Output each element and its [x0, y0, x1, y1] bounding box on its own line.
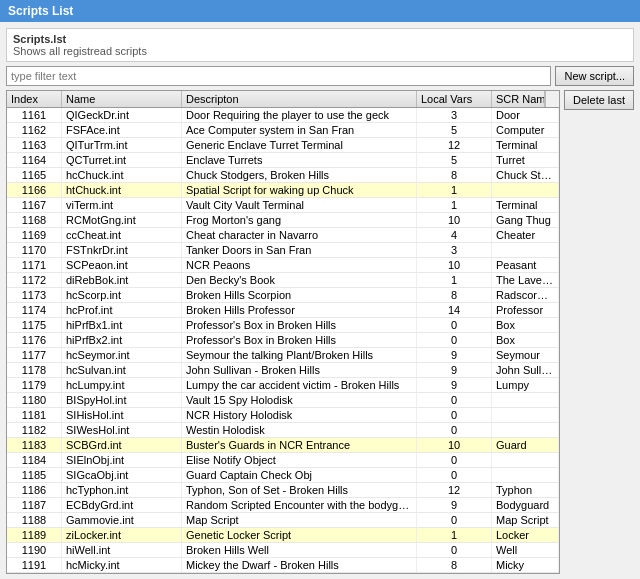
cell-local-vars: 0: [417, 408, 492, 422]
cell-descripton: Professor's Box in Broken Hills: [182, 318, 417, 332]
info-description: Shows all registread scripts: [13, 45, 627, 57]
cell-local-vars: 4: [417, 228, 492, 242]
table-row[interactable]: 1163 QITurTrm.int Generic Enclave Turret…: [7, 138, 559, 153]
cell-descripton: Elise Notify Object: [182, 453, 417, 467]
cell-name: hcChuck.int: [62, 168, 182, 182]
cell-index: 1180: [7, 393, 62, 407]
cell-scr-name: Locker: [492, 528, 559, 542]
cell-name: hcMicky.int: [62, 558, 182, 572]
table-row[interactable]: 1182 SIWesHol.int Westin Holodisk 0: [7, 423, 559, 438]
cell-descripton: Frog Morton's gang: [182, 213, 417, 227]
table-row[interactable]: 1171 SCPeaon.int NCR Peaons 10 Peasant: [7, 258, 559, 273]
table-body[interactable]: 1161 QIGeckDr.int Door Requiring the pla…: [7, 108, 559, 573]
cell-descripton: Vault City Vault Terminal: [182, 198, 417, 212]
cell-scr-name: Radscorpion: [492, 288, 559, 302]
col-descripton: Descripton: [182, 91, 417, 107]
cell-local-vars: 8: [417, 168, 492, 182]
cell-index: 1169: [7, 228, 62, 242]
table-row[interactable]: 1169 ccCheat.int Cheat character in Nava…: [7, 228, 559, 243]
table-row[interactable]: 1189 ziLocker.int Genetic Locker Script …: [7, 528, 559, 543]
cell-index: 1162: [7, 123, 62, 137]
cell-descripton: Random Scripted Encounter with the bodyg…: [182, 498, 417, 512]
table-row[interactable]: 1180 BISpyHol.int Vault 15 Spy Holodisk …: [7, 393, 559, 408]
cell-index: 1171: [7, 258, 62, 272]
cell-name: hcSulvan.int: [62, 363, 182, 377]
cell-descripton: Chuck Stodgers, Broken Hills: [182, 168, 417, 182]
table-row[interactable]: 1184 SIElnObj.int Elise Notify Object 0: [7, 453, 559, 468]
cell-name: RCMotGng.int: [62, 213, 182, 227]
table-row[interactable]: 1167 viTerm.int Vault City Vault Termina…: [7, 198, 559, 213]
filter-input[interactable]: [6, 66, 551, 86]
table-row[interactable]: 1188 Gammovie.int Map Script 0 Map Scrip…: [7, 513, 559, 528]
table-row[interactable]: 1166 htChuck.int Spatial Script for waki…: [7, 183, 559, 198]
table-row[interactable]: 1178 hcSulvan.int John Sullivan - Broken…: [7, 363, 559, 378]
table-row[interactable]: 1181 SIHisHol.int NCR History Holodisk 0: [7, 408, 559, 423]
cell-name: htChuck.int: [62, 183, 182, 197]
cell-local-vars: 0: [417, 318, 492, 332]
cell-descripton: Broken Hills Well: [182, 543, 417, 557]
cell-index: 1170: [7, 243, 62, 257]
cell-scr-name: [492, 468, 559, 482]
cell-name: Gammovie.int: [62, 513, 182, 527]
cell-descripton: Typhon, Son of Set - Broken Hills: [182, 483, 417, 497]
table-row[interactable]: 1187 ECBdyGrd.int Random Scripted Encoun…: [7, 498, 559, 513]
table-row[interactable]: 1185 SIGcaObj.int Guard Captain Check Ob…: [7, 468, 559, 483]
col-index: Index: [7, 91, 62, 107]
cell-local-vars: 1: [417, 198, 492, 212]
cell-index: 1173: [7, 288, 62, 302]
cell-descripton: Broken Hills Scorpion: [182, 288, 417, 302]
cell-local-vars: 8: [417, 558, 492, 572]
cell-local-vars: 12: [417, 138, 492, 152]
cell-local-vars: 1: [417, 183, 492, 197]
cell-local-vars: 0: [417, 453, 492, 467]
cell-scr-name: Peasant: [492, 258, 559, 272]
table-row[interactable]: 1173 hcScorp.int Broken Hills Scorpion 8…: [7, 288, 559, 303]
table-row[interactable]: 1186 hcTyphon.int Typhon, Son of Set - B…: [7, 483, 559, 498]
cell-descripton: Professor's Box in Broken Hills: [182, 333, 417, 347]
table-row[interactable]: 1175 hiPrfBx1.int Professor's Box in Bro…: [7, 318, 559, 333]
cell-name: QITurTrm.int: [62, 138, 182, 152]
table-row[interactable]: 1183 SCBGrd.int Buster's Guards in NCR E…: [7, 438, 559, 453]
cell-local-vars: 0: [417, 513, 492, 527]
cell-index: 1167: [7, 198, 62, 212]
table-row[interactable]: 1161 QIGeckDr.int Door Requiring the pla…: [7, 108, 559, 123]
delete-last-button[interactable]: Delete last: [564, 90, 634, 110]
cell-scr-name: Terminal: [492, 198, 559, 212]
cell-scr-name: Guard: [492, 438, 559, 452]
cell-scr-name: Cheater: [492, 228, 559, 242]
window-title: Scripts List: [8, 4, 73, 18]
cell-name: SCBGrd.int: [62, 438, 182, 452]
new-script-button[interactable]: New script...: [555, 66, 634, 86]
main-window: Scripts List Scripts.lst Shows all regis…: [0, 0, 640, 579]
table-row[interactable]: 1191 hcMicky.int Mickey the Dwarf - Brok…: [7, 558, 559, 573]
cell-scr-name: Computer: [492, 123, 559, 137]
cell-index: 1168: [7, 213, 62, 227]
cell-local-vars: 10: [417, 258, 492, 272]
file-label: Scripts.lst: [13, 33, 627, 45]
table-row[interactable]: 1164 QCTurret.int Enclave Turrets 5 Turr…: [7, 153, 559, 168]
table-row[interactable]: 1179 hcLumpy.int Lumpy the car accident …: [7, 378, 559, 393]
cell-name: hiPrfBx1.int: [62, 318, 182, 332]
col-local-vars: Local Vars: [417, 91, 492, 107]
table-row[interactable]: 1174 hcProf.int Broken Hills Professor 1…: [7, 303, 559, 318]
cell-descripton: Seymour the talking Plant/Broken Hills: [182, 348, 417, 362]
table-row[interactable]: 1165 hcChuck.int Chuck Stodgers, Broken …: [7, 168, 559, 183]
cell-local-vars: 14: [417, 303, 492, 317]
table-row[interactable]: 1170 FSTnkrDr.int Tanker Doors in San Fr…: [7, 243, 559, 258]
table-row[interactable]: 1172 diRebBok.int Den Becky's Book 1 The…: [7, 273, 559, 288]
table-row[interactable]: 1177 hcSeymor.int Seymour the talking Pl…: [7, 348, 559, 363]
table-row[interactable]: 1168 RCMotGng.int Frog Morton's gang 10 …: [7, 213, 559, 228]
cell-name: hiPrfBx2.int: [62, 333, 182, 347]
cell-index: 1178: [7, 363, 62, 377]
cell-scr-name: Typhon: [492, 483, 559, 497]
table-row[interactable]: 1190 hiWell.int Broken Hills Well 0 Well: [7, 543, 559, 558]
col-scr-name: SCR Name: [492, 91, 545, 107]
table-header: Index Name Descripton Local Vars SCR Nam…: [7, 91, 559, 108]
cell-index: 1184: [7, 453, 62, 467]
cell-name: SIWesHol.int: [62, 423, 182, 437]
cell-local-vars: 0: [417, 423, 492, 437]
table-row[interactable]: 1162 FSFAce.int Ace Computer system in S…: [7, 123, 559, 138]
table-row[interactable]: 1176 hiPrfBx2.int Professor's Box in Bro…: [7, 333, 559, 348]
cell-name: hcTyphon.int: [62, 483, 182, 497]
cell-name: SCPeaon.int: [62, 258, 182, 272]
